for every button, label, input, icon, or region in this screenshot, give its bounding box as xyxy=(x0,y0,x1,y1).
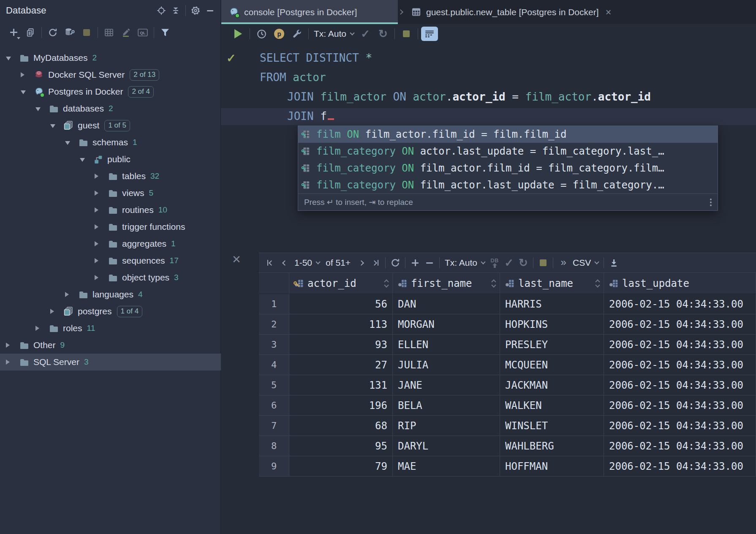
tree-item-postgres[interactable]: postgres1 of 4 xyxy=(0,303,221,320)
chevron-right-icon[interactable] xyxy=(95,275,104,280)
grid-cell[interactable]: 113 xyxy=(289,314,393,335)
add-row-icon[interactable] xyxy=(408,255,422,270)
submit-to-db-icon[interactable]: DB xyxy=(487,255,502,270)
tree-item-mydatabases[interactable]: MyDatabases2 xyxy=(0,49,221,66)
row-number[interactable]: 6 xyxy=(259,395,289,416)
grid-cell[interactable]: WALKEN xyxy=(500,395,604,416)
grid-cell[interactable]: 2006-02-15 04:34:33.00 xyxy=(604,456,756,477)
row-number[interactable]: 5 xyxy=(259,375,289,395)
grid-cell[interactable]: 131 xyxy=(289,375,393,395)
grid-cell[interactable]: JULIA xyxy=(393,355,500,375)
tree-item-aggregates[interactable]: aggregates1 xyxy=(0,235,221,252)
grid-cell[interactable]: 2006-02-15 04:34:33.00 xyxy=(604,416,756,436)
table-icon[interactable] xyxy=(101,25,117,41)
grid-cell[interactable]: HOFFMAN xyxy=(500,456,604,477)
tx-mode-dropdown[interactable]: Tx: Auto xyxy=(445,258,485,268)
download-icon[interactable] xyxy=(606,255,621,270)
more-options-icon[interactable] xyxy=(710,199,712,206)
grid-cell[interactable]: MORGAN xyxy=(393,314,500,335)
chevron-right-icon[interactable] xyxy=(50,309,60,314)
grid-cell[interactable]: 95 xyxy=(289,436,393,456)
grid-cell[interactable]: MCQUEEN xyxy=(500,355,604,375)
tree-item-sequences[interactable]: sequences17 xyxy=(0,252,221,269)
collapse-all-icon[interactable] xyxy=(169,3,183,18)
reload-icon[interactable] xyxy=(388,255,402,270)
completion-item[interactable]: film_category ON film_actor.film_id = fi… xyxy=(298,160,718,177)
grid-cell[interactable]: 2006-02-15 04:34:33.00 xyxy=(604,436,756,456)
page-size-dropdown[interactable]: 1-50 xyxy=(294,258,320,268)
data-source-properties-icon[interactable] xyxy=(61,25,78,41)
grid-cell[interactable]: DAN xyxy=(393,294,500,314)
grid-cell[interactable]: 2006-02-15 04:34:33.00 xyxy=(604,375,756,395)
sort-icon[interactable] xyxy=(492,280,495,287)
grid-cell[interactable]: JACKMAN xyxy=(500,375,604,395)
grid-cell[interactable]: 2006-02-15 04:34:33.00 xyxy=(604,314,756,335)
chevron-down-icon[interactable] xyxy=(65,140,74,145)
grid-cell[interactable]: HARRIS xyxy=(500,294,604,314)
completion-item[interactable]: film_category ON actor.last_update = fil… xyxy=(298,143,718,160)
chevron-right-icon[interactable] xyxy=(95,207,104,213)
chevron-down-icon[interactable] xyxy=(50,123,60,128)
grid-cell[interactable]: 27 xyxy=(289,355,393,375)
previous-page-icon[interactable] xyxy=(277,255,292,270)
add-icon[interactable] xyxy=(5,25,22,41)
locate-icon[interactable] xyxy=(154,3,169,18)
tree-item-postgres-in-docker[interactable]: Postgres in Docker2 of 4 xyxy=(0,83,221,100)
grid-cell[interactable]: RIP xyxy=(393,416,500,436)
chevron-right-icon[interactable] xyxy=(21,72,30,77)
chevron-right-icon[interactable] xyxy=(95,174,104,179)
edit-icon[interactable] xyxy=(117,25,134,41)
grid-cell[interactable]: 2006-02-15 04:34:33.00 xyxy=(604,335,756,355)
duplicate-icon[interactable] xyxy=(22,25,39,41)
chevron-right-icon[interactable] xyxy=(95,258,104,263)
grid-cell[interactable]: 79 xyxy=(289,456,393,477)
completion-item[interactable]: film_category ON film_actor.last_update … xyxy=(298,177,718,193)
last-page-icon[interactable] xyxy=(368,255,383,270)
chevron-right-icon[interactable] xyxy=(95,224,104,229)
sort-icon[interactable] xyxy=(596,280,599,287)
grid-cell[interactable]: JANE xyxy=(393,375,500,395)
export-format-dropdown[interactable]: CSV xyxy=(573,258,598,268)
tree-item-schemas[interactable]: schemas1 xyxy=(0,134,221,151)
chevron-down-icon[interactable] xyxy=(80,157,89,162)
tree-item-views[interactable]: views5 xyxy=(0,185,221,202)
filter-icon[interactable] xyxy=(157,25,174,41)
completion-item[interactable]: film ON film_actor.film_id = film.film_i… xyxy=(298,126,718,143)
grid-cell[interactable]: WINSLET xyxy=(500,416,604,436)
first-page-icon[interactable] xyxy=(263,255,277,270)
grid-cell[interactable]: 93 xyxy=(289,335,393,355)
close-results-icon[interactable]: ✕ xyxy=(230,253,243,266)
tree-item-other[interactable]: Other9 xyxy=(0,337,221,354)
sort-icon[interactable] xyxy=(385,280,388,287)
grid-cell[interactable]: DARYL xyxy=(393,436,500,456)
stop-icon[interactable] xyxy=(536,255,550,270)
row-number[interactable]: 4 xyxy=(259,355,289,375)
grid-cell[interactable]: 56 xyxy=(289,294,393,314)
grid-cell[interactable]: WAHLBERG xyxy=(500,436,604,456)
tree-item-docker-sql-server[interactable]: Docker SQL Server2 of 13 xyxy=(0,66,221,83)
chevron-down-icon[interactable] xyxy=(6,56,15,60)
tree-item-object-types[interactable]: object types3 xyxy=(0,269,221,286)
grid-cell[interactable]: PRESLEY xyxy=(500,335,604,355)
grid-cell[interactable]: 2006-02-15 04:34:33.00 xyxy=(604,294,756,314)
chevron-down-icon[interactable] xyxy=(21,90,30,94)
hide-panel-icon[interactable] xyxy=(203,3,217,18)
row-number[interactable]: 2 xyxy=(259,314,289,335)
tree-item-languages[interactable]: languages4 xyxy=(0,286,221,303)
row-number[interactable]: 9 xyxy=(259,456,289,477)
query-console-icon[interactable]: QL xyxy=(134,25,151,41)
settings-gear-icon[interactable] xyxy=(188,3,203,18)
tree-item-tables[interactable]: tables32 xyxy=(0,168,221,185)
stop-icon[interactable] xyxy=(78,25,95,41)
grid-cell[interactable]: 2006-02-15 04:34:33.00 xyxy=(604,395,756,416)
commit-button[interactable]: ✓ xyxy=(502,255,516,270)
chevron-right-icon[interactable] xyxy=(6,343,15,348)
refresh-icon[interactable] xyxy=(44,25,61,41)
chevron-right-icon[interactable] xyxy=(65,292,74,297)
column-header-last-name[interactable]: last_name xyxy=(500,273,604,294)
tree-item-roles[interactable]: roles11 xyxy=(0,320,221,337)
chevron-down-icon[interactable] xyxy=(35,106,45,111)
next-page-icon[interactable] xyxy=(354,255,368,270)
tree-item-databases[interactable]: databases2 xyxy=(0,100,221,117)
grid-cell[interactable]: 2006-02-15 04:34:33.00 xyxy=(604,355,756,375)
